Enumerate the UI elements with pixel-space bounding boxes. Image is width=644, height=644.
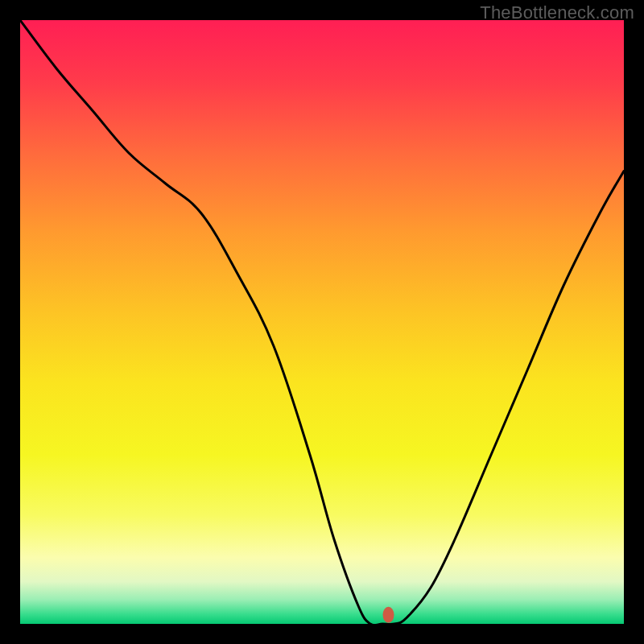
plot-area	[20, 20, 624, 624]
chart-svg	[20, 20, 624, 624]
chart-frame: TheBottleneck.com	[0, 0, 644, 644]
marker-dot	[383, 607, 394, 623]
chart-background	[20, 20, 624, 624]
watermark-text: TheBottleneck.com	[480, 2, 634, 23]
